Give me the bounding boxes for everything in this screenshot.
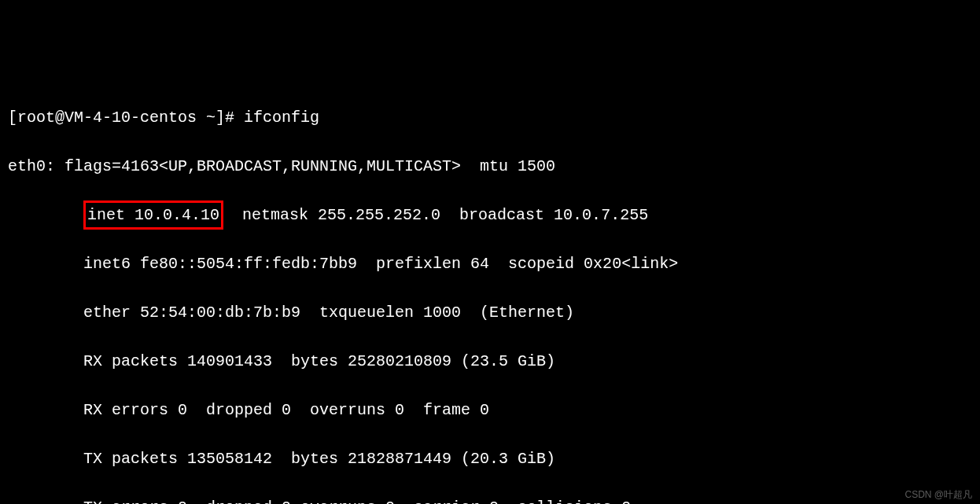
eth0-ether: ether 52:54:00:db:7b:b9 txqueuelen 1000 … [8, 300, 980, 325]
eth0-tx-packets: TX packets 135058142 bytes 21828871449 (… [8, 447, 980, 471]
eth0-rx-errors: RX errors 0 dropped 0 overruns 0 frame 0 [8, 398, 980, 422]
inet-rest: netmask 255.255.252.0 broadcast 10.0.7.2… [223, 206, 648, 224]
eth0-tx-errors: TX errors 0 dropped 0 overruns 0 carrier… [8, 495, 980, 504]
prompt-line[interactable]: [root@VM-4-10-centos ~]# ifconfig [8, 105, 980, 130]
eth0-inet-line: inet 10.0.4.10 netmask 255.255.252.0 bro… [8, 203, 980, 227]
eth0-inet6: inet6 fe80::5054:ff:fedb:7bb9 prefixlen … [8, 252, 980, 276]
shell-prompt: [root@VM-4-10-centos ~]# [8, 109, 244, 127]
command-text: ifconfig [244, 109, 319, 127]
indent [8, 206, 83, 224]
eth0-rx-packets: RX packets 140901433 bytes 25280210809 (… [8, 349, 980, 373]
watermark: CSDN @叶超凡 [904, 487, 972, 502]
inet-highlight: inet 10.0.4.10 [83, 200, 223, 230]
eth0-header: eth0: flags=4163<UP,BROADCAST,RUNNING,MU… [8, 154, 980, 178]
